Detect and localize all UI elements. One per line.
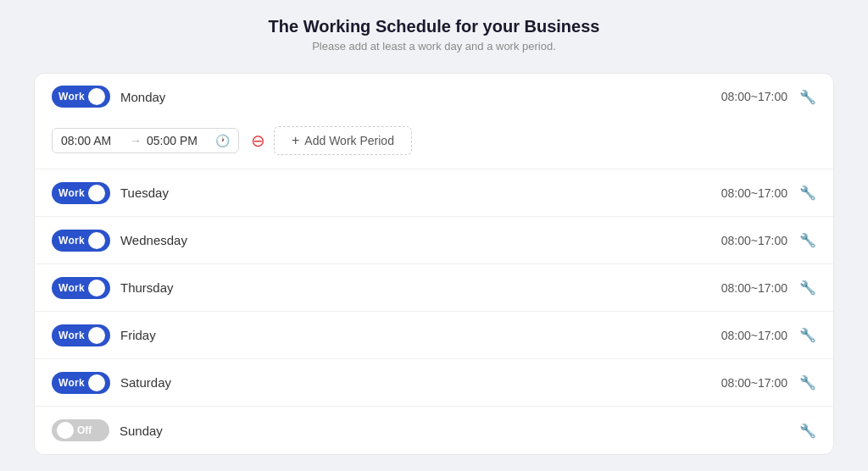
day-row-wednesday: WorkWednesday08:00~17:00🔧 [35, 217, 833, 264]
toggle-label: Work [58, 235, 85, 247]
day-row-saturday: WorkSaturday08:00~17:00🔧 [35, 359, 833, 407]
toggle-circle [88, 327, 105, 344]
toggle-thursday[interactable]: Work [52, 277, 110, 299]
day-name-saturday: Saturday [120, 375, 721, 390]
day-name-wednesday: Wednesday [120, 233, 721, 247]
toggle-saturday[interactable]: Work [52, 372, 110, 394]
toggle-circle [88, 185, 105, 202]
day-name-tuesday: Tuesday [120, 186, 721, 200]
toggle-circle [88, 374, 105, 391]
end-time-input[interactable] [147, 134, 210, 147]
plus-icon: + [292, 133, 299, 148]
day-row-thursday: WorkThursday08:00~17:00🔧 [35, 264, 833, 312]
day-hours-saturday: 08:00~17:00 [721, 376, 787, 390]
toggle-label: Off [77, 424, 92, 436]
add-period-label: Add Work Period [304, 134, 394, 147]
wrench-icon-tuesday[interactable]: 🔧 [799, 185, 816, 201]
day-row-sunday: OffSunday🔧 [35, 407, 833, 454]
day-hours-friday: 08:00~17:00 [721, 329, 787, 342]
toggle-friday[interactable]: Work [52, 324, 110, 346]
toggle-circle [88, 280, 105, 296]
wrench-icon-wednesday[interactable]: 🔧 [799, 232, 816, 248]
day-hours-thursday: 08:00~17:00 [721, 281, 787, 295]
day-hours-tuesday: 08:00~17:00 [721, 186, 787, 200]
schedule-card: WorkMonday08:00~17:00🔧→🕐⊖+Add Work Perio… [34, 73, 834, 455]
day-row-tuesday: WorkTuesday08:00~17:00🔧 [35, 169, 833, 217]
toggle-label: Work [58, 330, 85, 341]
time-input-group: →🕐 [52, 128, 239, 153]
start-time-input[interactable] [61, 134, 125, 147]
day-row-friday: WorkFriday08:00~17:00🔧 [35, 312, 833, 359]
page-container: The Working Schedule for your Business P… [0, 0, 868, 471]
remove-period-button[interactable]: ⊖ [251, 132, 265, 149]
wrench-icon-sunday[interactable]: 🔧 [799, 423, 816, 439]
toggle-wednesday[interactable]: Work [52, 230, 110, 252]
day-name-sunday: Sunday [120, 424, 799, 438]
wrench-icon-thursday[interactable]: 🔧 [799, 280, 816, 296]
day-row-monday: WorkMonday08:00~17:00🔧→🕐⊖+Add Work Perio… [35, 74, 833, 169]
toggle-circle [88, 88, 105, 105]
toggle-label: Work [58, 377, 85, 389]
wrench-icon-saturday[interactable]: 🔧 [799, 374, 816, 391]
wrench-icon-friday[interactable]: 🔧 [799, 327, 816, 343]
clock-icon: 🕐 [215, 134, 230, 147]
time-arrow-icon: → [130, 134, 142, 147]
day-name-monday: Monday [120, 90, 721, 104]
day-main-monday: WorkMonday08:00~17:00🔧 [35, 74, 833, 119]
page-title: The Working Schedule for your Business [34, 17, 834, 36]
toggle-label: Work [58, 187, 85, 199]
toggle-circle [57, 422, 74, 439]
toggle-label: Work [58, 91, 85, 103]
toggle-monday[interactable]: Work [52, 86, 110, 108]
toggle-tuesday[interactable]: Work [52, 182, 110, 204]
toggle-circle [88, 232, 105, 249]
toggle-label: Work [58, 282, 85, 294]
day-name-friday: Friday [120, 328, 721, 342]
page-header: The Working Schedule for your Business P… [34, 17, 834, 53]
toggle-sunday[interactable]: Off [52, 419, 109, 441]
add-work-period-button[interactable]: +Add Work Period [274, 126, 412, 155]
day-detail-monday: →🕐⊖+Add Work Period [35, 119, 833, 169]
day-hours-wednesday: 08:00~17:00 [721, 234, 787, 247]
page-subtitle: Please add at least a work day and a wor… [34, 40, 834, 53]
day-name-thursday: Thursday [120, 280, 721, 295]
day-hours-monday: 08:00~17:00 [721, 90, 787, 103]
wrench-icon-monday[interactable]: 🔧 [799, 89, 816, 105]
